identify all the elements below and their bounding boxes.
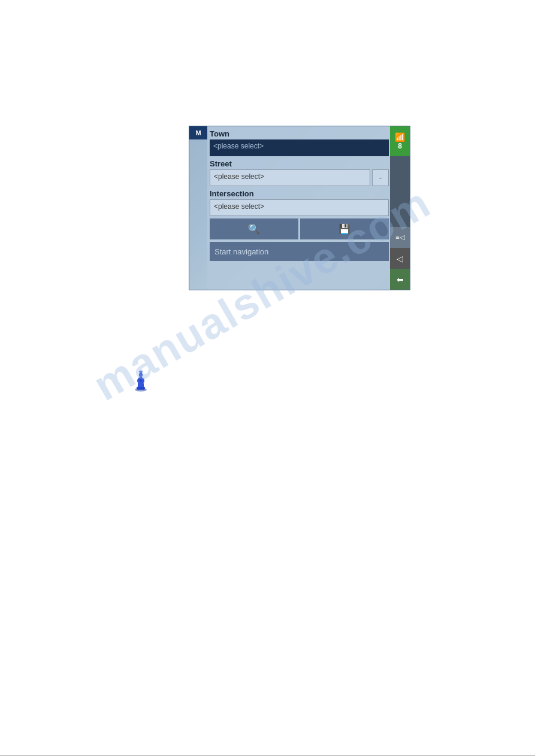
svg-point-8: [139, 371, 143, 373]
form-panel: M Town <please select> Street <please se…: [189, 126, 391, 290]
intersection-input[interactable]: <please select>: [210, 199, 389, 216]
power-button[interactable]: ⬅: [390, 269, 410, 290]
arrow-left-icon: ◁: [397, 254, 403, 263]
sidebar-spacer: [390, 156, 410, 227]
signal-number: 8: [398, 142, 402, 150]
back-button[interactable]: ◁: [390, 248, 410, 269]
intersection-label: Intersection: [210, 187, 389, 199]
street-row: <please select> -: [210, 169, 389, 186]
menu-button[interactable]: ≡◁: [390, 227, 410, 248]
street-label: Street: [210, 157, 389, 169]
logo-text: M: [195, 129, 201, 136]
save-button[interactable]: 💾: [300, 218, 389, 239]
search-icon: 🔍: [248, 223, 260, 235]
navigation-ui: M Town <please select> Street <please se…: [189, 126, 410, 290]
save-icon: 💾: [338, 223, 350, 235]
start-navigation-button[interactable]: Start navigation: [210, 242, 389, 261]
search-button[interactable]: 🔍: [210, 218, 298, 239]
action-buttons-row: 🔍 💾: [210, 218, 389, 239]
gps-signal-indicator: 📶 8: [390, 126, 410, 156]
street-dash: -: [372, 169, 389, 186]
address-form: Town <please select> Street <please sele…: [207, 126, 391, 290]
signal-icon: 📶: [395, 132, 405, 142]
street-input[interactable]: <please select>: [210, 169, 370, 186]
power-icon: ⬅: [397, 275, 404, 284]
menu-icon: ≡◁: [395, 233, 404, 241]
right-sidebar: 📶 8 ≡◁ ◁ ⬅: [390, 126, 410, 290]
chess-piece-icon: [132, 370, 150, 391]
town-label: Town: [210, 127, 389, 139]
town-input[interactable]: <please select>: [210, 139, 389, 156]
app-logo: M: [189, 126, 207, 139]
